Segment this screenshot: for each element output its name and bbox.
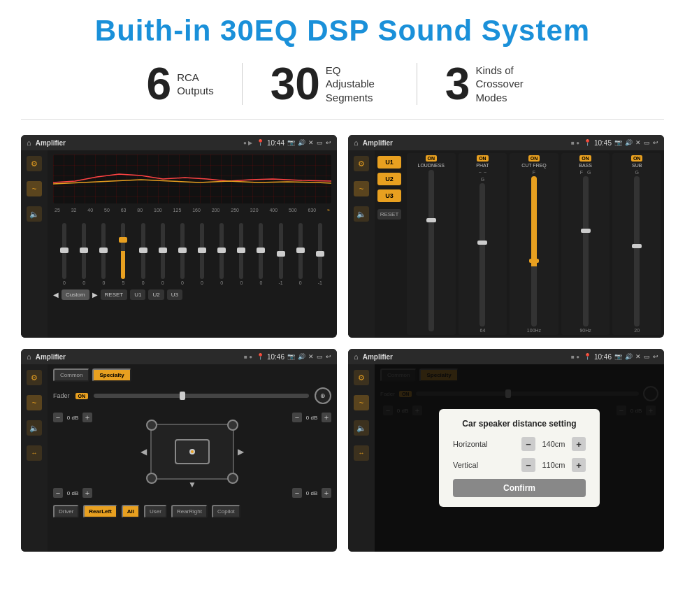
- eq-u3-btn[interactable]: U3: [167, 289, 182, 300]
- copilot-btn[interactable]: Copilot: [212, 505, 240, 518]
- phat-slider[interactable]: [480, 183, 485, 327]
- cutfreq-value: 100Hz: [527, 328, 541, 333]
- cross-tab-specialty[interactable]: Specialty: [92, 368, 131, 382]
- eq-sidebar-icon-1[interactable]: ⚙: [27, 156, 42, 171]
- eq-location-icon: 📍: [257, 139, 264, 146]
- cross-sidebar-icon-2[interactable]: ~: [27, 395, 42, 410]
- dsp-sidebar-icon-3[interactable]: 🔈: [354, 206, 369, 222]
- modal-horizontal-minus[interactable]: −: [521, 437, 535, 451]
- stat-number-rca: 6: [147, 62, 172, 106]
- crossover-screen-card: ⌂ Amplifier ■ ● 📍 10:46 📷 🔊 ✕ ▭ ↩ ⚙ ~ 🔈: [21, 349, 337, 552]
- sub-slider[interactable]: [634, 176, 640, 327]
- stats-row: 6 RCAOutputs 30 EQ AdjustableSegments 3 …: [21, 62, 664, 120]
- db-minus-bl[interactable]: −: [53, 488, 63, 498]
- eq-home-icon: ⌂: [27, 138, 31, 147]
- eq-screen-card: ⌂ Amplifier ● ▶ 📍 10:44 📷 🔊 ✕ ▭ ↩ ⚙ ~ 🔈: [21, 135, 337, 338]
- dsp-sidebar-icon-2[interactable]: ~: [354, 181, 369, 196]
- eq-close-icon: ✕: [308, 139, 314, 146]
- dsp-topbar-icons: 📍 10:45 📷 🔊 ✕ ▭ ↩: [584, 139, 658, 147]
- cross-sidebar-icon-4[interactable]: ↔: [27, 445, 42, 461]
- db-plus-br[interactable]: +: [322, 488, 331, 498]
- dialog-screen-card: ⌂ Amplifier ■ ● 📍 10:46 📷 🔊 ✕ ▭ ↩ ⚙ ~ 🔈: [348, 349, 664, 552]
- bass-label: BASS: [579, 163, 592, 168]
- eq-graph: [53, 155, 331, 203]
- dialog-sidebar-icon-3[interactable]: 🔈: [354, 420, 369, 436]
- dsp-topbar: ⌂ Amplifier ■ ● 📍 10:45 📷 🔊 ✕ ▭ ↩: [348, 135, 664, 150]
- eq-sidebar: ⚙ ~ 🔈: [21, 150, 48, 338]
- eq-topbar-icons: 📍 10:44 📷 🔊 ✕ ▭ ↩: [257, 139, 331, 147]
- driver-btn[interactable]: Driver: [53, 505, 79, 518]
- dialog-sidebar-icon-2[interactable]: ~: [354, 395, 369, 410]
- loudness-on-badge: ON: [426, 155, 438, 162]
- db-minus-tr[interactable]: −: [292, 413, 302, 422]
- dsp-reset-btn[interactable]: RESET: [377, 209, 401, 220]
- dsp-sidebar: ⚙ ~ 🔈: [348, 150, 375, 338]
- db-minus-br[interactable]: −: [292, 488, 302, 498]
- fader-slider[interactable]: [94, 394, 309, 398]
- stat-label-crossover: Kinds ofCrossover Modes: [475, 64, 538, 105]
- eq-u2-btn[interactable]: U2: [148, 289, 164, 300]
- eq-reset-btn[interactable]: RESET: [101, 289, 128, 300]
- eq-u1-btn[interactable]: U1: [130, 289, 145, 300]
- eq-slider-11: -1: [271, 223, 291, 285]
- dsp-main: ON LOUDNESS ON PHAT ~~: [404, 150, 664, 338]
- eq-next-btn[interactable]: ▶: [92, 291, 98, 299]
- eq-sidebar-icon-3[interactable]: 🔈: [27, 206, 42, 222]
- db-plus-tl[interactable]: +: [82, 413, 92, 422]
- dsp-u2-btn[interactable]: U2: [377, 173, 401, 185]
- eq-preset-btn[interactable]: Custom: [62, 289, 89, 300]
- eq-slider-5: 0: [153, 223, 173, 285]
- modal-vertical-label: Vertical: [453, 461, 478, 469]
- modal-vertical-minus[interactable]: −: [521, 458, 535, 472]
- modal-vertical-plus[interactable]: +: [572, 458, 586, 472]
- dsp-back-icon: ↩: [653, 139, 658, 146]
- eq-slider-7: 0: [192, 223, 212, 285]
- fader-knob[interactable]: ⊕: [315, 387, 331, 404]
- dialog-topbar: ⌂ Amplifier ■ ● 📍 10:46 📷 🔊 ✕ ▭ ↩: [348, 349, 664, 364]
- cross-topbar-icons: 📍 10:46 📷 🔊 ✕ ▭ ↩: [257, 353, 331, 361]
- db-value-br: 0 dB: [303, 490, 320, 496]
- eq-slider-8: 0: [212, 223, 231, 285]
- dsp-window-icon: ▭: [644, 139, 650, 146]
- cross-back-icon: ↩: [326, 353, 331, 360]
- cross-sidebar-icon-3[interactable]: 🔈: [27, 420, 42, 436]
- db-plus-tr[interactable]: +: [322, 413, 331, 422]
- eq-sidebar-icon-2[interactable]: ~: [27, 181, 42, 196]
- modal-horizontal-value: 140cm: [540, 440, 568, 448]
- cutfreq-slider[interactable]: [531, 176, 537, 327]
- dsp-dot-icon: ■ ●: [571, 140, 579, 146]
- dsp-u1-btn[interactable]: U1: [377, 156, 401, 169]
- rearright-btn[interactable]: RearRight: [171, 505, 208, 518]
- dsp-home-icon: ⌂: [354, 138, 359, 147]
- dialog-sidebar-icon-1[interactable]: ⚙: [354, 370, 369, 385]
- sub-on-badge: ON: [631, 155, 643, 162]
- dsp-channels: ON LOUDNESS ON PHAT ~~: [407, 153, 661, 335]
- loudness-slider[interactable]: [428, 170, 434, 331]
- cross-bottom-controls: Driver RearLeft All User RearRight Copil…: [53, 505, 331, 518]
- confirm-button[interactable]: Confirm: [453, 479, 586, 497]
- eq-time: 10:44: [267, 139, 284, 147]
- dsp-sidebar-icon-1[interactable]: ⚙: [354, 156, 369, 171]
- modal-horizontal-plus[interactable]: +: [572, 437, 586, 451]
- eq-frequency-labels: 253240506380100125160200250320400500630 …: [53, 208, 331, 213]
- cross-tab-common[interactable]: Common: [53, 368, 89, 382]
- screens-grid: ⌂ Amplifier ● ▶ 📍 10:44 📷 🔊 ✕ ▭ ↩ ⚙ ~ 🔈: [21, 135, 664, 552]
- modal-horizontal-label: Horizontal: [453, 440, 488, 448]
- car-arrow-right: ▶: [238, 447, 244, 457]
- rearleft-btn[interactable]: RearLeft: [83, 505, 117, 518]
- cross-tabs: Common Specialty: [53, 368, 331, 382]
- all-btn[interactable]: All: [122, 505, 140, 518]
- car-inner-box: [175, 439, 210, 464]
- car-arrow-down: ▼: [188, 480, 196, 489]
- user-btn[interactable]: User: [144, 505, 167, 518]
- dsp-u3-btn[interactable]: U3: [377, 189, 401, 202]
- bass-value: 90Hz: [579, 328, 591, 333]
- dialog-sidebar-icon-4[interactable]: ↔: [354, 445, 369, 461]
- db-bottom-right: − 0 dB +: [292, 488, 331, 498]
- db-plus-bl[interactable]: +: [82, 488, 92, 498]
- cross-sidebar-icon-1[interactable]: ⚙: [27, 370, 42, 385]
- eq-prev-btn[interactable]: ◀: [53, 291, 59, 299]
- bass-on-badge: ON: [579, 155, 591, 162]
- bass-slider[interactable]: [583, 176, 589, 327]
- db-minus-tl[interactable]: −: [53, 413, 63, 422]
